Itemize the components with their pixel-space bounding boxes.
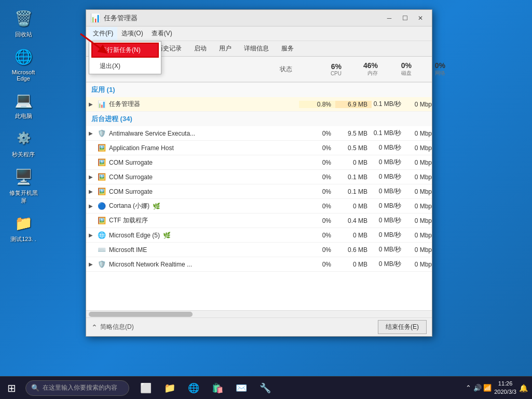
process-cpu: 0% bbox=[299, 246, 335, 254]
horizontal-scrollbar[interactable] bbox=[86, 310, 432, 317]
process-net: 0 Mbps bbox=[405, 246, 432, 254]
notification-icon[interactable]: 🔔 bbox=[519, 384, 528, 392]
process-icon: 🖼️ bbox=[97, 187, 106, 196]
process-name-cell: ▶ 📊 任务管理器 bbox=[86, 100, 252, 109]
expand-arrow-icon[interactable]: ▶ bbox=[89, 261, 97, 267]
network-label: 网络 bbox=[416, 70, 445, 77]
expand-arrow-icon[interactable]: ▶ bbox=[89, 130, 97, 136]
background-section-header[interactable]: 后台进程 (34) bbox=[86, 112, 432, 126]
file-explorer-taskbar[interactable]: 📁 bbox=[158, 377, 181, 400]
apps-section-header[interactable]: 应用 (1) bbox=[86, 83, 432, 97]
minimize-button[interactable]: ─ bbox=[382, 12, 397, 24]
mail-taskbar[interactable]: ✉️ bbox=[230, 377, 253, 400]
network-pct-value: 0% bbox=[416, 61, 445, 70]
maximize-button[interactable]: ☐ bbox=[398, 12, 412, 24]
expand-arrow-icon[interactable]: ▶ bbox=[89, 101, 97, 107]
process-net: 0 Mbps bbox=[405, 130, 432, 137]
process-name-label: Microsoft Edge (5) bbox=[109, 232, 160, 239]
process-name-label: Application Frame Host bbox=[109, 144, 174, 152]
background-section-label: 后台进程 (34) bbox=[91, 114, 132, 124]
date-display: 2020/3/3 bbox=[494, 388, 516, 396]
taskbar-time[interactable]: 11:26 2020/3/3 bbox=[494, 380, 516, 396]
process-name-cell: ▶ 🖼️ CTF 加载程序 bbox=[86, 216, 252, 225]
fix-black-screen-img: 🖥️ bbox=[13, 166, 34, 187]
expand-arrow-icon[interactable]: ▶ bbox=[89, 189, 97, 194]
window-controls: ─ ☐ ✕ bbox=[382, 12, 428, 24]
disk-label: 磁盘 bbox=[382, 70, 412, 77]
expand-arrow-icon[interactable]: ▶ bbox=[89, 203, 97, 209]
my-computer-icon[interactable]: 💻 此电脑 bbox=[5, 87, 42, 123]
table-row[interactable]: ▶ 🛡️ Microsoft Network Realtime ... 0% 0… bbox=[86, 257, 432, 272]
extra-taskbar[interactable]: 🔧 bbox=[254, 377, 277, 400]
process-icon: 🖼️ bbox=[97, 143, 106, 153]
expand-arrow-icon[interactable]: ▶ bbox=[89, 174, 97, 180]
fix-black-screen-icon[interactable]: 🖥️ 修复开机黑屏 bbox=[5, 164, 42, 207]
brief-info-button[interactable]: ⌃ 简略信息(D) bbox=[91, 323, 134, 331]
tab-services[interactable]: 服务 bbox=[276, 41, 299, 56]
table-row[interactable]: ▶ 🛡️ Antimalware Service Executa... 0% 9… bbox=[86, 126, 432, 141]
my-computer-img: 💻 bbox=[13, 89, 34, 110]
close-button[interactable]: ✕ bbox=[413, 12, 428, 24]
process-name-label: COM Surrogate bbox=[109, 188, 153, 195]
file-menu-item[interactable]: 文件(F) bbox=[89, 27, 117, 40]
process-name-cell: ▶ 🔵 Cortana (小娜) 🌿 bbox=[86, 202, 252, 211]
process-icon-task-mgr: 📊 bbox=[97, 100, 106, 109]
quick-program-icon[interactable]: ⚙️ 秒关程序 bbox=[5, 125, 42, 161]
recycle-bin-img: 🗑️ bbox=[13, 8, 34, 29]
cpu-pct-value: 6% bbox=[309, 62, 342, 71]
col-header-memory[interactable]: 46% 内存 bbox=[346, 61, 382, 77]
store-taskbar[interactable]: 🛍️ bbox=[206, 377, 229, 400]
expand-arrow-icon[interactable]: ▶ bbox=[89, 232, 97, 238]
process-mem: 0.5 MB bbox=[335, 144, 372, 152]
process-disk: 0 MB/秒 bbox=[372, 172, 405, 181]
table-row[interactable]: ▶ 🖼️ COM Surrogate 0% 0.1 MB 0 MB/秒 0 Mb… bbox=[86, 170, 432, 184]
edge-desktop-icon[interactable]: 🌐 Microsoft Edge bbox=[5, 44, 42, 84]
col-header-cpu[interactable]: 6% CPU bbox=[309, 62, 346, 76]
process-disk: 0 MB/秒 bbox=[372, 245, 405, 254]
process-icon-cortana: 🔵 bbox=[97, 202, 106, 211]
col-header-disk[interactable]: 0% 磁盘 bbox=[382, 61, 416, 77]
task-view-button[interactable]: ⬜ bbox=[134, 377, 157, 400]
memory-pct-value: 46% bbox=[346, 61, 378, 70]
process-icon-edge: 🌐 bbox=[97, 231, 106, 240]
col-header-status[interactable]: 状态 bbox=[263, 65, 309, 74]
new-task-menu-item[interactable]: 运行新任务(N) bbox=[91, 43, 159, 58]
time-display: 11:26 bbox=[494, 380, 516, 388]
tab-users[interactable]: 用户 bbox=[213, 41, 237, 56]
taskbar-search[interactable]: 🔍 在这里输入你要搜索的内容 bbox=[25, 380, 129, 396]
process-net: 0 Mbps bbox=[405, 203, 432, 210]
end-task-button[interactable]: 结束任务(E) bbox=[378, 320, 427, 334]
process-name-cell: ▶ 🛡️ Antimalware Service Executa... bbox=[86, 129, 252, 138]
process-cpu: 0% bbox=[299, 159, 335, 166]
edge-taskbar[interactable]: 🌐 bbox=[182, 377, 205, 400]
table-row[interactable]: ▶ 🌐 Microsoft Edge (5) 🌿 0% 0 MB 0 MB/秒 … bbox=[86, 228, 432, 243]
recycle-bin-icon[interactable]: 🗑️ 回收站 bbox=[5, 5, 42, 41]
col-header-network[interactable]: 0% 网络 bbox=[416, 61, 449, 77]
process-net: 0 Mbps bbox=[405, 232, 432, 239]
memory-label: 内存 bbox=[346, 70, 378, 77]
search-icon: 🔍 bbox=[31, 384, 39, 392]
process-icon-network: 🛡️ bbox=[97, 260, 106, 269]
table-row[interactable]: ▶ 🖼️ Application Frame Host 0% 0.5 MB 0 … bbox=[86, 141, 432, 155]
test-folder-icon[interactable]: 📁 测试123. . bbox=[5, 210, 42, 246]
brief-info-label: 简略信息(D) bbox=[100, 323, 134, 331]
scrollbar-thumb[interactable] bbox=[89, 312, 193, 317]
process-name-label: CTF 加载程序 bbox=[109, 216, 148, 225]
process-table[interactable]: 应用 (1) ▶ 📊 任务管理器 0.8% 6.9 MB 0.1 MB/秒 0 … bbox=[86, 83, 432, 310]
table-row[interactable]: ▶ 🖼️ CTF 加载程序 0% 0.4 MB 0 MB/秒 0 Mbps bbox=[86, 214, 432, 228]
process-disk: 0.1 MB/秒 bbox=[372, 129, 405, 138]
process-name-label: Antimalware Service Executa... bbox=[109, 130, 195, 137]
table-row[interactable]: ▶ 🖼️ COM Surrogate 0% 0 MB 0 MB/秒 0 Mbps bbox=[86, 155, 432, 170]
table-row[interactable]: ▶ 📊 任务管理器 0.8% 6.9 MB 0.1 MB/秒 0 Mbps bbox=[86, 97, 432, 112]
tab-details[interactable]: 详细信息 bbox=[238, 41, 275, 56]
options-menu-item[interactable]: 选项(O) bbox=[117, 27, 147, 40]
start-button[interactable]: ⊞ bbox=[0, 377, 23, 400]
table-row[interactable]: ▶ ⌨️ Microsoft IME 0% 0.6 MB 0 MB/秒 0 Mb… bbox=[86, 243, 432, 257]
table-row[interactable]: ▶ 🔵 Cortana (小娜) 🌿 0% 0 MB 0 MB/秒 0 Mbps bbox=[86, 199, 432, 214]
exit-menu-item[interactable]: 退出(X) bbox=[89, 59, 161, 74]
tab-startup[interactable]: 启动 bbox=[188, 41, 212, 56]
process-net: 0 Mbps bbox=[405, 217, 432, 224]
table-row[interactable]: ▶ 🖼️ COM Surrogate 0% 0.1 MB 0 MB/秒 0 Mb… bbox=[86, 184, 432, 199]
process-mem: 6.9 MB bbox=[335, 101, 372, 108]
view-menu-item[interactable]: 查看(V) bbox=[147, 27, 176, 40]
